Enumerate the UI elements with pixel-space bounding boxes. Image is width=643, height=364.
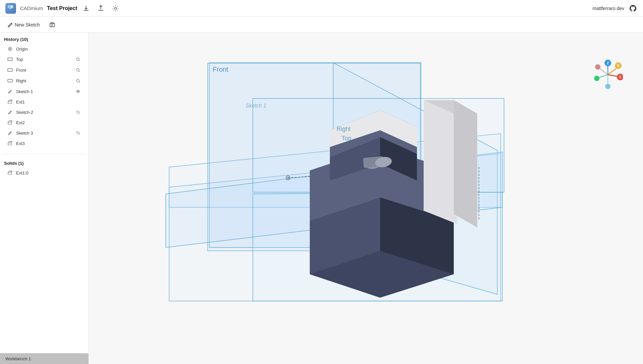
svg-rect-2	[10, 5, 13, 8]
sidebar-item-ext1-0[interactable]: Ext1:0	[4, 168, 84, 178]
main-layout: History (10) Origin To	[0, 33, 643, 364]
sketch-icon-2	[7, 109, 13, 116]
svg-text:Top: Top	[342, 135, 351, 142]
plane-icon-top	[7, 56, 13, 63]
svg-point-33	[287, 177, 289, 178]
svg-point-3	[115, 7, 117, 9]
svg-point-63	[595, 64, 600, 70]
svg-point-8	[76, 58, 79, 60]
front-label: Front	[16, 68, 74, 73]
solid-icon	[7, 169, 13, 176]
extrude-icon-2	[7, 119, 13, 126]
svg-rect-19	[8, 143, 11, 145]
svg-text:X: X	[619, 75, 622, 79]
solids-section: Solids (1) Ext1:0	[0, 157, 88, 180]
app-name: CADmium	[20, 5, 43, 11]
ext3-label: Ext3	[16, 141, 82, 146]
svg-rect-20	[8, 172, 11, 174]
svg-rect-9	[8, 69, 12, 71]
origin-label: Origin	[16, 47, 82, 52]
sketch2-label: Sketch-2	[16, 110, 74, 115]
svg-rect-17	[8, 122, 11, 124]
app-logo	[5, 3, 16, 14]
sketch1-label: Sketch 1	[16, 89, 74, 94]
sketch3-label: Sketch 3	[16, 131, 74, 136]
svg-text:Y: Y	[617, 64, 620, 68]
sidebar-item-ext1[interactable]: Ext1	[4, 97, 84, 107]
svg-point-67	[605, 84, 611, 89]
svg-rect-11	[8, 79, 12, 82]
sidebar-item-right[interactable]: Right	[4, 75, 84, 86]
extrude-icon-1	[7, 98, 13, 105]
sidebar-item-front[interactable]: Front	[4, 65, 84, 75]
plane-icon-right	[7, 77, 13, 84]
sketch-icon-3	[7, 130, 13, 136]
header-tools	[81, 4, 120, 13]
new-sketch-button[interactable]: New Sketch	[4, 20, 43, 29]
sidebar-item-ext3[interactable]: Ext3	[4, 138, 84, 148]
sidebar-item-sketch1[interactable]: Sketch 1	[4, 86, 84, 97]
origin-icon	[7, 46, 13, 52]
ext1-0-label: Ext1:0	[16, 170, 82, 175]
header: CADmium Test Project mattferraro.dev	[0, 0, 643, 17]
svg-rect-15	[8, 101, 11, 103]
svg-marker-43	[424, 100, 457, 224]
viewport[interactable]: Front Sketch 1 Right Top Z Y	[89, 33, 643, 364]
svg-text:Front: Front	[213, 66, 228, 73]
new-sketch-label: New Sketch	[15, 22, 40, 27]
project-name: Test Project	[47, 5, 77, 11]
upload-button[interactable]	[96, 4, 105, 13]
svg-point-14	[77, 91, 79, 92]
svg-text:Z: Z	[607, 61, 609, 65]
svg-rect-4	[50, 23, 55, 27]
sketch3-visibility-button[interactable]	[74, 129, 82, 137]
3d-scene: Front Sketch 1 Right Top	[89, 33, 643, 364]
sidebar-divider	[4, 154, 84, 154]
svg-marker-45	[454, 100, 477, 227]
sidebar: History (10) Origin To	[0, 33, 89, 364]
sidebar-item-top[interactable]: Top	[4, 54, 84, 65]
svg-rect-7	[8, 58, 12, 61]
orientation-widget: Z Y X	[593, 60, 623, 90]
right-label: Right	[16, 78, 74, 83]
sidebar-item-origin[interactable]: Origin	[4, 44, 84, 54]
sketch2-visibility-button[interactable]	[74, 108, 82, 116]
toolbar: New Sketch	[0, 17, 643, 33]
workbench-button[interactable]	[46, 20, 59, 30]
user-name: mattferraro.dev	[592, 6, 624, 11]
right-search-button[interactable]	[74, 77, 82, 84]
svg-text:Right: Right	[337, 126, 351, 132]
ext2-label: Ext2	[16, 120, 82, 125]
settings-button[interactable]	[111, 4, 120, 13]
ext1-label: Ext1	[16, 99, 82, 104]
workbench-tab[interactable]: Workbench 1	[0, 353, 88, 364]
sketch-icon-1	[7, 88, 13, 95]
top-label: Top	[16, 57, 74, 62]
svg-text:Sketch 1: Sketch 1	[245, 103, 266, 108]
solids-title: Solids (1)	[4, 161, 84, 166]
svg-point-6	[10, 49, 11, 50]
svg-point-12	[76, 79, 79, 82]
github-link[interactable]	[628, 4, 638, 13]
download-button[interactable]	[81, 4, 91, 13]
top-search-button[interactable]	[74, 56, 82, 63]
sketch1-visibility-button[interactable]	[74, 88, 82, 95]
svg-point-10	[76, 68, 79, 71]
sidebar-item-sketch3[interactable]: Sketch 3	[4, 128, 84, 138]
history-section: History (10) Origin To	[0, 33, 88, 151]
svg-point-65	[594, 76, 599, 81]
sidebar-item-ext2[interactable]: Ext2	[4, 118, 84, 128]
plane-icon-front	[7, 67, 13, 73]
sidebar-item-sketch2[interactable]: Sketch-2	[4, 107, 84, 118]
history-title: History (10)	[4, 37, 84, 42]
extrude-icon-3	[7, 140, 13, 147]
front-search-button[interactable]	[74, 66, 82, 74]
